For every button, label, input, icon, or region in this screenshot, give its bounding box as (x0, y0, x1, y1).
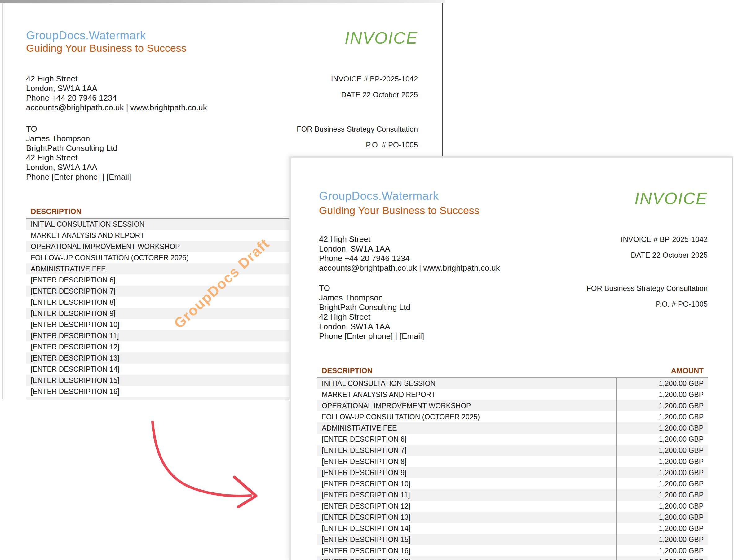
invoice-table: INITIAL CONSULTATION SESSION1,200.00 GBP… (317, 378, 708, 560)
row-amount: 1,200.00 GBP (616, 456, 708, 467)
row-description: [ENTER DESCRIPTION 7] (317, 445, 616, 456)
clean-invoice-page: GroupDocs.Watermark Guiding Your Busines… (289, 156, 733, 560)
invoice-meta: INVOICE # BP-2025-1042 DATE 22 October 2… (621, 234, 708, 260)
row-description: [ENTER DESCRIPTION 15] (317, 534, 616, 545)
invoice-number-line: INVOICE # BP-2025-1042 (331, 74, 418, 84)
description-header: DESCRIPTION (317, 366, 616, 375)
row-description: [ENTER DESCRIPTION 9] (317, 467, 616, 478)
table-row: [ENTER DESCRIPTION 12]1,200.00 GBP (317, 501, 708, 512)
table-row: [ENTER DESCRIPTION 6]1,200.00 GBP (317, 434, 708, 445)
address-line: 42 High Street (26, 74, 207, 84)
recipient-line: Phone [Enter phone] | [Email] (26, 172, 131, 182)
invoice-title: INVOICE (635, 189, 708, 208)
address-line: Phone +44 20 7946 1234 (319, 254, 500, 263)
row-amount: 1,200.00 GBP (616, 489, 708, 501)
row-amount: 1,200.00 GBP (616, 523, 708, 534)
address-line: Phone +44 20 7946 1234 (26, 93, 207, 103)
row-amount: 1,200.00 GBP (616, 512, 708, 523)
table-row: [ENTER DESCRIPTION 13]1,200.00 GBP (317, 512, 708, 523)
amount-header: AMOUNT (616, 366, 708, 375)
row-amount: 1,200.00 GBP (616, 501, 708, 512)
recipient-line: BrightPath Consulting Ltd (319, 303, 424, 312)
row-amount: 1,200.00 GBP (616, 478, 708, 489)
table-row: INITIAL CONSULTATION SESSION1,200.00 GBP (317, 378, 708, 389)
to-label: TO (319, 283, 424, 293)
to-label: TO (26, 124, 131, 134)
invoice-title: INVOICE (345, 28, 418, 47)
row-amount: 1,200.00 GBP (616, 378, 708, 389)
row-description: FOLLOW-UP CONSULTATION (OCTOBER 2025) (317, 411, 616, 422)
row-amount: 1,200.00 GBP (616, 400, 708, 411)
for-line: FOR Business Strategy Consultation (297, 124, 418, 134)
invoice-meta: INVOICE # BP-2025-1042 DATE 22 October 2… (331, 74, 418, 99)
table-row: [ENTER DESCRIPTION 15]1,200.00 GBP (317, 534, 708, 545)
row-description: [ENTER DESCRIPTION 17] (317, 556, 616, 560)
for-line: FOR Business Strategy Consultation (587, 283, 708, 293)
table-row: [ENTER DESCRIPTION 17]1,200.00 GBP (317, 556, 708, 560)
table-row: [ENTER DESCRIPTION 14]1,200.00 GBP (317, 523, 708, 534)
for-meta-block: FOR Business Strategy Consultation P.O. … (587, 283, 708, 309)
row-description: [ENTER DESCRIPTION 13] (317, 512, 616, 523)
table-row: [ENTER DESCRIPTION 10]1,200.00 GBP (317, 478, 708, 489)
row-amount: 1,200.00 GBP (616, 434, 708, 445)
address-line: accounts@brightpath.co.uk | www.brightpa… (26, 103, 207, 112)
company-tagline: Guiding Your Business to Success (26, 41, 187, 55)
address-line: London, SW1A 1AA (319, 244, 500, 254)
table-row: [ENTER DESCRIPTION 9]1,200.00 GBP (317, 467, 708, 478)
invoice-date-line: DATE 22 October 2025 (621, 250, 708, 260)
po-line: P.O. # PO-1005 (297, 140, 418, 150)
bill-to-block: TO James Thompson BrightPath Consulting … (319, 283, 424, 341)
table-row: [ENTER DESCRIPTION 7]1,200.00 GBP (317, 445, 708, 456)
row-amount: 1,200.00 GBP (616, 445, 708, 456)
red-arrow-annotation (143, 415, 266, 508)
row-amount: 1,200.00 GBP (616, 534, 708, 545)
invoice-date-line: DATE 22 October 2025 (331, 90, 418, 99)
recipient-line: James Thompson (319, 293, 424, 303)
row-amount: 1,200.00 GBP (616, 556, 708, 560)
description-header: DESCRIPTION (26, 207, 81, 216)
invoice-number-line: INVOICE # BP-2025-1042 (621, 234, 708, 244)
address-line: accounts@brightpath.co.uk | www.brightpa… (319, 263, 500, 273)
row-description: [ENTER DESCRIPTION 10] (317, 478, 616, 489)
row-description: [ENTER DESCRIPTION 8] (317, 456, 616, 467)
table-row: [ENTER DESCRIPTION 8]1,200.00 GBP (317, 456, 708, 467)
row-description: OPERATIONAL IMPROVEMENT WORKSHOP (317, 400, 616, 411)
for-meta-block: FOR Business Strategy Consultation P.O. … (297, 124, 418, 150)
row-description: MARKET ANALYSIS AND REPORT (317, 389, 616, 400)
company-tagline: Guiding Your Business to Success (319, 203, 480, 217)
recipient-line: Phone [Enter phone] | [Email] (319, 331, 424, 341)
row-amount: 1,200.00 GBP (616, 411, 708, 422)
recipient-line: London, SW1A 1AA (26, 163, 131, 172)
table-row: [ENTER DESCRIPTION 11]1,200.00 GBP (317, 489, 708, 501)
row-description: [ENTER DESCRIPTION 11] (317, 489, 616, 501)
recipient-line: James Thompson (26, 134, 131, 143)
row-amount: 1,200.00 GBP (616, 389, 708, 400)
table-row: ADMINISTRATIVE FEE1,200.00 GBP (317, 422, 708, 434)
row-description: [ENTER DESCRIPTION 12] (317, 501, 616, 512)
row-description: [ENTER DESCRIPTION 6] (317, 434, 616, 445)
recipient-line: 42 High Street (26, 153, 131, 163)
bill-to-block: TO James Thompson BrightPath Consulting … (26, 124, 131, 182)
row-description: [ENTER DESCRIPTION 14] (317, 523, 616, 534)
recipient-line: London, SW1A 1AA (319, 322, 424, 331)
page-top-shadow (0, 0, 445, 3)
company-address: 42 High Street London, SW1A 1AA Phone +4… (26, 74, 207, 112)
po-line: P.O. # PO-1005 (587, 299, 708, 309)
row-description: ADMINISTRATIVE FEE (317, 422, 616, 434)
company-address: 42 High Street London, SW1A 1AA Phone +4… (319, 234, 500, 273)
table-row: OPERATIONAL IMPROVEMENT WORKSHOP1,200.00… (317, 400, 708, 411)
row-description: INITIAL CONSULTATION SESSION (317, 378, 616, 389)
company-logo: GroupDocs.Watermark (26, 29, 146, 42)
table-header: DESCRIPTION AMOUNT (317, 366, 708, 378)
recipient-line: BrightPath Consulting Ltd (26, 143, 131, 153)
company-logo: GroupDocs.Watermark (319, 189, 439, 203)
address-line: 42 High Street (319, 234, 500, 244)
address-line: London, SW1A 1AA (26, 84, 207, 93)
table-row: FOLLOW-UP CONSULTATION (OCTOBER 2025)1,2… (317, 411, 708, 422)
recipient-line: 42 High Street (319, 312, 424, 322)
row-description: [ENTER DESCRIPTION 16] (317, 545, 616, 556)
table-row: MARKET ANALYSIS AND REPORT1,200.00 GBP (317, 389, 708, 400)
row-amount: 1,200.00 GBP (616, 422, 708, 434)
row-amount: 1,200.00 GBP (616, 467, 708, 478)
table-row: [ENTER DESCRIPTION 16]1,200.00 GBP (317, 545, 708, 556)
